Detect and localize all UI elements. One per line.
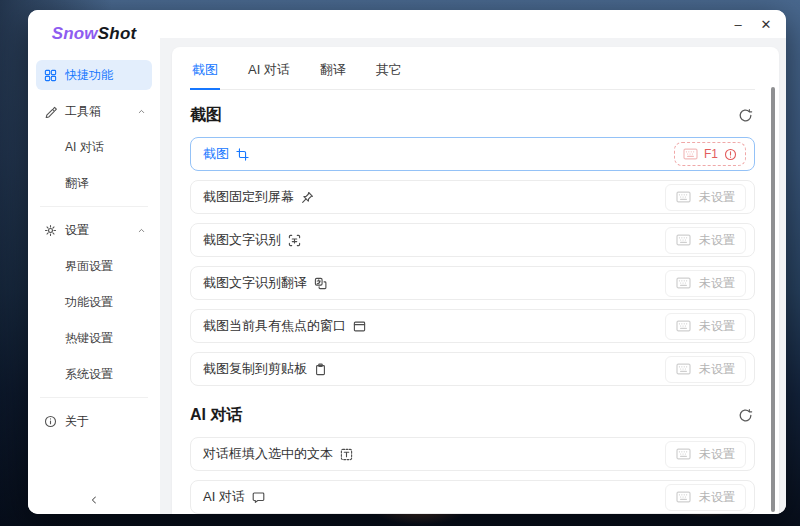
hotkey-row-label: 对话框填入选中的文本	[203, 445, 353, 463]
sidebar-item-label: AI 对话	[65, 139, 104, 156]
reset-icon[interactable]	[738, 108, 753, 123]
hotkey-badge[interactable]: 未设置	[665, 484, 746, 511]
close-button[interactable]: ✕	[752, 12, 780, 36]
hotkey-row-copy-to-clipboard[interactable]: 截图复制到剪贴板 未设置	[190, 352, 755, 386]
logo-accent: Snow	[52, 24, 98, 43]
hotkey-row-label: AI 对话	[203, 488, 265, 506]
chat-bubble-icon	[252, 491, 265, 504]
hotkey-value: 未设置	[699, 189, 735, 206]
hotkey-badge[interactable]: 未设置	[665, 441, 746, 468]
minimize-button[interactable]: –	[724, 12, 752, 36]
hotkey-value: 未设置	[699, 446, 735, 463]
sidebar: SnowShot 快捷功能 工具箱 AI 对话	[28, 10, 160, 514]
hotkey-row-label: 截图文字识别	[203, 231, 301, 249]
ocr-scan-icon	[288, 234, 301, 247]
keyboard-icon	[676, 363, 691, 375]
section-head-screenshot: 截图	[190, 105, 755, 126]
tab-screenshot[interactable]: 截图	[190, 57, 220, 90]
sidebar-nav: 快捷功能 工具箱 AI 对话 翻译	[28, 60, 160, 442]
chevron-left-icon	[88, 494, 100, 506]
sidebar-item-label: 翻译	[65, 175, 89, 192]
row-text: AI 对话	[203, 488, 245, 506]
sidebar-item-label: 热键设置	[65, 330, 113, 347]
app-logo: SnowShot	[28, 24, 160, 44]
text-select-icon	[340, 448, 353, 461]
gear-icon	[44, 224, 57, 237]
sidebar-item-system-settings[interactable]: 系统设置	[36, 359, 152, 389]
sidebar-collapse-button[interactable]	[28, 494, 160, 506]
hotkey-row-ocr-translate[interactable]: 截图文字识别翻译 未设置	[190, 266, 755, 300]
hotkey-badge[interactable]: 未设置	[665, 313, 746, 340]
keyboard-icon	[676, 277, 691, 289]
hotkey-value: 未设置	[699, 318, 735, 335]
keyboard-icon	[676, 320, 691, 332]
sidebar-item-hotkey-settings[interactable]: 热键设置	[36, 323, 152, 353]
sidebar-item-function-settings[interactable]: 功能设置	[36, 287, 152, 317]
sidebar-item-toolbox[interactable]: 工具箱	[36, 96, 152, 126]
hotkey-row-ocr[interactable]: 截图文字识别 未设置	[190, 223, 755, 257]
tab-translate[interactable]: 翻译	[318, 57, 348, 89]
hotkey-row-fix-to-screen[interactable]: 截图固定到屏幕 未设置	[190, 180, 755, 214]
hotkey-value: 未设置	[699, 275, 735, 292]
row-text: 截图文字识别翻译	[203, 274, 307, 292]
tab-other[interactable]: 其它	[374, 57, 404, 89]
hotkey-row-ai-chat[interactable]: AI 对话 未设置	[190, 480, 755, 514]
sidebar-item-label: 快捷功能	[65, 67, 113, 84]
hotkey-row-fill-selected-text[interactable]: 对话框填入选中的文本 未设置	[190, 437, 755, 471]
row-text: 截图文字识别	[203, 231, 281, 249]
hotkey-value: 未设置	[699, 489, 735, 506]
sidebar-divider	[40, 397, 148, 398]
hotkey-row-focused-window[interactable]: 截图当前具有焦点的窗口 未设置	[190, 309, 755, 343]
sidebar-item-interface-settings[interactable]: 界面设置	[36, 251, 152, 281]
vertical-scrollbar[interactable]	[771, 87, 775, 512]
row-text: 截图复制到剪贴板	[203, 360, 307, 378]
row-text: 对话框填入选中的文本	[203, 445, 333, 463]
sidebar-item-translate[interactable]: 翻译	[36, 168, 152, 198]
tab-bar: 截图 AI 对话 翻译 其它	[190, 57, 755, 90]
hotkey-row-label: 截图	[203, 145, 249, 163]
sidebar-item-label: 关于	[65, 413, 89, 430]
keyboard-icon	[676, 491, 691, 503]
hotkey-badge[interactable]: 未设置	[665, 184, 746, 211]
sidebar-item-label: 系统设置	[65, 366, 113, 383]
main-column: – ✕ 截图 AI 对话 翻译 其它 截图	[160, 10, 786, 514]
sidebar-item-ai-chat[interactable]: AI 对话	[36, 132, 152, 162]
section-title: 截图	[190, 105, 222, 126]
sidebar-item-label: 功能设置	[65, 294, 113, 311]
row-text: 截图当前具有焦点的窗口	[203, 317, 346, 335]
chevron-up-icon	[137, 226, 146, 235]
hotkey-badge[interactable]: 未设置	[665, 227, 746, 254]
hotkey-badge[interactable]: 未设置	[665, 356, 746, 383]
sidebar-divider	[40, 206, 148, 207]
content-panel: 截图 AI 对话 翻译 其它 截图 截图	[172, 47, 779, 514]
logo-rest: Shot	[98, 24, 137, 43]
crop-icon	[236, 148, 249, 161]
titlebar: – ✕	[160, 10, 786, 38]
tab-ai-chat[interactable]: AI 对话	[246, 57, 292, 89]
hotkey-badge[interactable]: F1	[674, 142, 746, 166]
window-icon	[353, 320, 366, 333]
clipboard-icon	[314, 363, 327, 376]
sidebar-item-settings[interactable]: 设置	[36, 215, 152, 245]
chevron-up-icon	[137, 107, 146, 116]
sidebar-item-label: 界面设置	[65, 258, 113, 275]
info-icon	[44, 415, 57, 428]
keyboard-icon	[676, 191, 691, 203]
keyboard-icon	[676, 448, 691, 460]
hotkey-row-label: 截图当前具有焦点的窗口	[203, 317, 366, 335]
reset-icon[interactable]	[738, 408, 753, 423]
hotkey-value: 未设置	[699, 361, 735, 378]
tool-pen-icon	[44, 105, 57, 118]
hotkey-value: F1	[704, 147, 718, 161]
sidebar-item-quick-functions[interactable]: 快捷功能	[36, 60, 152, 90]
sidebar-item-about[interactable]: 关于	[36, 406, 152, 436]
hotkey-row-screenshot[interactable]: 截图 F1	[190, 137, 755, 171]
keyboard-icon	[676, 234, 691, 246]
warning-circle-icon[interactable]	[724, 148, 737, 161]
hotkey-row-label: 截图固定到屏幕	[203, 188, 314, 206]
keyboard-icon	[683, 148, 698, 160]
window-controls: – ✕	[724, 12, 780, 36]
hotkey-badge[interactable]: 未设置	[665, 270, 746, 297]
app-window: SnowShot 快捷功能 工具箱 AI 对话	[28, 10, 786, 514]
row-text: 截图	[203, 145, 229, 163]
